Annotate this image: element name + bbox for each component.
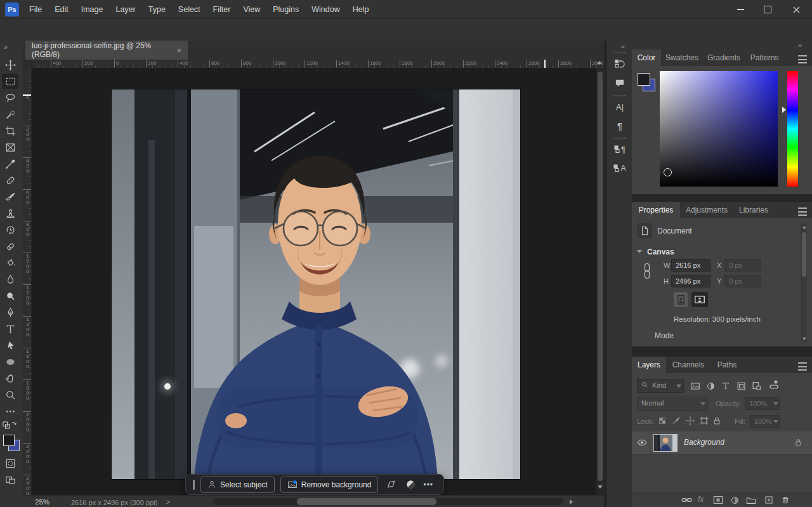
taskbar-drag-handle[interactable] — [193, 480, 195, 490]
new-layer-icon[interactable] — [763, 494, 775, 506]
color-panel-menu-icon[interactable] — [798, 55, 807, 63]
vertical-scrollbar-thumb[interactable] — [598, 72, 603, 481]
layer-name-label[interactable]: Background — [684, 438, 724, 447]
tab-channels[interactable]: Channels — [666, 357, 710, 373]
horizontal-ruler[interactable]: 4002000200400600800100012001400160018002… — [23, 60, 604, 69]
default-and-swap-colors-icon[interactable] — [3, 420, 18, 430]
canvas-width-input[interactable]: 2616 px — [671, 259, 710, 272]
photoshop-logo[interactable]: Ps — [5, 3, 19, 16]
layer-thumbnail[interactable] — [653, 434, 678, 452]
menu-file[interactable]: File — [23, 0, 48, 19]
document-tab[interactable]: luo-ji-professional-selfie.jpg @ 25% (RG… — [25, 41, 188, 60]
history-brush-tool[interactable] — [2, 222, 18, 237]
tab-color[interactable]: Color — [632, 49, 661, 66]
portrait-orientation-button[interactable] — [674, 292, 688, 307]
menu-type[interactable]: Type — [142, 0, 172, 19]
pen-tool[interactable] — [2, 305, 18, 320]
select-subject-button[interactable]: Select subject — [200, 477, 275, 493]
canvas-height-input[interactable]: 2496 px — [671, 275, 710, 287]
menu-edit[interactable]: Edit — [48, 0, 75, 19]
frame-tool[interactable] — [2, 140, 18, 155]
clone-stamp-tool[interactable] — [2, 206, 18, 221]
menu-view[interactable]: View — [237, 0, 266, 19]
hue-slider-marker[interactable] — [782, 107, 786, 113]
horizontal-scrollbar[interactable] — [213, 498, 563, 505]
tab-gradients[interactable]: Gradients — [703, 49, 745, 66]
gradient-tool[interactable] — [2, 255, 18, 270]
taskbar-more-icon[interactable]: ••• — [423, 480, 433, 489]
blur-tool[interactable] — [2, 272, 18, 287]
lock-transparency-icon[interactable] — [656, 414, 669, 427]
rectangular-marquee-tool[interactable] — [2, 74, 18, 89]
zoom-tool[interactable] — [2, 387, 18, 402]
ellipse-shape-tool[interactable] — [2, 354, 18, 369]
filter-smart-objects-icon[interactable] — [750, 379, 763, 392]
comments-panel-icon[interactable] — [612, 76, 627, 90]
tab-patterns[interactable]: Patterns — [745, 49, 784, 66]
tab-adjustments[interactable]: Adjustments — [680, 202, 733, 218]
lock-artboard-icon[interactable] — [698, 414, 710, 427]
tab-paths[interactable]: Paths — [710, 357, 743, 373]
adjustments-icon[interactable] — [403, 478, 417, 492]
properties-scrollbar[interactable] — [801, 223, 807, 343]
path-selection-tool[interactable] — [2, 338, 18, 353]
filter-adjustment-layers-icon[interactable] — [704, 379, 717, 392]
filter-toggle[interactable] — [768, 378, 780, 393]
character-panel-icon[interactable]: A| — [612, 100, 627, 114]
filter-shape-layers-icon[interactable] — [735, 379, 747, 392]
menu-plugins[interactable]: Plugins — [266, 0, 305, 19]
delete-layer-icon[interactable] — [779, 494, 792, 506]
scroll-down-arrow[interactable] — [598, 485, 603, 489]
menu-help[interactable]: Help — [346, 0, 376, 19]
menu-select[interactable]: Select — [172, 0, 207, 19]
lock-position-icon[interactable] — [684, 414, 697, 427]
kind-select-chevron[interactable] — [676, 385, 681, 388]
layer-visibility-eye-icon[interactable] — [637, 438, 647, 447]
link-dimensions-icon[interactable] — [642, 263, 652, 279]
toolbar-collapse-icon[interactable]: » — [4, 43, 8, 51]
character-styles-panel-icon[interactable]: A — [612, 161, 627, 175]
eraser-tool[interactable] — [2, 239, 18, 254]
menu-window[interactable]: Window — [305, 0, 346, 19]
maximize-button[interactable] — [757, 0, 778, 19]
lock-pixels-icon[interactable] — [670, 414, 683, 427]
paragraph-panel-icon[interactable]: ¶ — [612, 119, 627, 133]
vertical-scrollbar[interactable] — [596, 68, 604, 495]
crop-tool[interactable] — [2, 123, 18, 138]
layer-styles-fx-icon[interactable]: fx — [698, 495, 704, 504]
history-panel-icon[interactable] — [612, 57, 627, 71]
move-tool[interactable] — [2, 57, 18, 72]
lasso-tool[interactable] — [2, 90, 18, 105]
properties-panel-menu-icon[interactable] — [798, 207, 807, 216]
hue-slider[interactable] — [787, 71, 798, 187]
spot-healing-brush-tool[interactable] — [2, 173, 18, 188]
zoom-level-field[interactable]: 25% — [35, 498, 49, 506]
panels-collapse-icon[interactable]: « — [621, 42, 625, 51]
menu-layer[interactable]: Layer — [109, 0, 141, 19]
tab-layers[interactable]: Layers — [632, 357, 666, 373]
new-group-icon[interactable] — [745, 494, 757, 506]
scroll-right-arrow[interactable] — [570, 499, 573, 504]
ruler-origin-corner[interactable] — [23, 60, 32, 69]
color-selection-marker[interactable] — [664, 168, 672, 176]
canvas-section-chevron[interactable] — [637, 250, 642, 253]
lock-all-icon[interactable] — [710, 414, 723, 427]
foreground-color-swatch[interactable] — [3, 435, 15, 446]
hand-tool[interactable] — [2, 371, 18, 386]
remove-background-button[interactable]: Remove background — [280, 477, 379, 493]
properties-scrollbar-thumb[interactable] — [802, 232, 806, 277]
filter-image-layers-icon[interactable] — [689, 379, 702, 392]
canvas-x-input[interactable]: 0 px — [724, 259, 761, 272]
opacity-chevron[interactable] — [773, 402, 778, 405]
tab-swatches[interactable]: Swatches — [661, 49, 703, 66]
status-options-chevron[interactable]: > — [166, 498, 170, 506]
new-adjustment-layer-icon[interactable] — [728, 494, 741, 506]
layers-panel-menu-icon[interactable] — [798, 362, 807, 371]
scroll-up-arrow[interactable] — [597, 61, 602, 64]
blend-mode-chevron[interactable] — [700, 402, 705, 405]
layer-row-background[interactable]: Background — [632, 431, 812, 455]
screen-mode-button[interactable] — [2, 472, 18, 487]
dodge-tool[interactable] — [2, 288, 18, 303]
eyedropper-tool[interactable] — [2, 156, 18, 171]
tab-libraries[interactable]: Libraries — [733, 202, 774, 218]
